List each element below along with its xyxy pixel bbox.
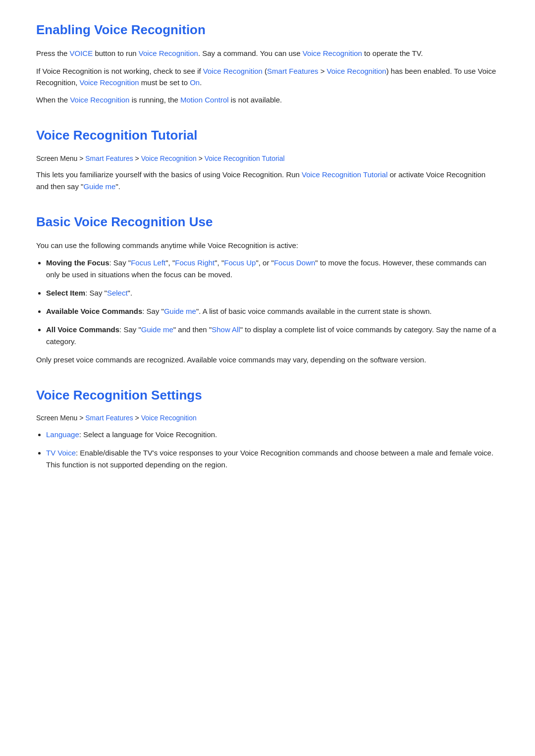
basic-section: Basic Voice Recognition Use You can use … (36, 212, 499, 365)
voice-recognition-link-4[interactable]: Voice Recognition (327, 67, 386, 75)
language-link[interactable]: Language (46, 430, 79, 439)
focus-up-link[interactable]: Focus Up (224, 258, 256, 267)
on-link[interactable]: On (190, 78, 200, 87)
settings-breadcrumb: Screen Menu > Smart Features > Voice Rec… (36, 413, 499, 424)
show-all-link[interactable]: Show All (212, 325, 240, 334)
focus-right-link[interactable]: Focus Right (175, 258, 214, 267)
focus-left-link[interactable]: Focus Left (131, 258, 165, 267)
voice-recognition-link-5[interactable]: Voice Recognition (80, 78, 139, 87)
settings-list: Language: Select a language for Voice Re… (46, 429, 499, 470)
smart-features-link-3[interactable]: Smart Features (85, 414, 133, 422)
smart-features-link-2[interactable]: Smart Features (85, 154, 133, 162)
select-link[interactable]: Select (107, 289, 128, 297)
basic-footer: Only preset voice commands are recognize… (36, 354, 499, 365)
voice-recognition-link-2[interactable]: Voice Recognition (303, 49, 362, 57)
voice-recognition-breadcrumb-link[interactable]: Voice Recognition (141, 154, 197, 162)
enabling-para2: If Voice Recognition is not working, che… (36, 65, 499, 89)
enabling-section: Enabling Voice Recognition Press the VOI… (36, 20, 499, 105)
motion-control-link[interactable]: Motion Control (180, 96, 229, 104)
voice-recognition-tutorial-link-2[interactable]: Voice Recognition Tutorial (302, 170, 387, 179)
focus-down-link[interactable]: Focus Down (274, 258, 315, 267)
list-item-select: Select Item: Say "Select". (46, 287, 499, 299)
smart-features-link-1[interactable]: Smart Features (267, 67, 318, 75)
tutorial-title: Voice Recognition Tutorial (36, 125, 499, 145)
guide-me-link-3[interactable]: Guide me (141, 325, 173, 334)
voice-recognition-link-6[interactable]: Voice Recognition (70, 96, 129, 104)
list-item-all-commands: All Voice Commands: Say "Guide me" and t… (46, 324, 499, 347)
tutorial-breadcrumb: Screen Menu > Smart Features > Voice Rec… (36, 153, 499, 164)
basic-title: Basic Voice Recognition Use (36, 212, 499, 232)
all-voice-commands-label: All Voice Commands (46, 325, 119, 334)
tv-voice-link[interactable]: TV Voice (46, 449, 76, 457)
enabling-para1: Press the VOICE button to run Voice Reco… (36, 48, 499, 59)
moving-focus-label: Moving the Focus (46, 258, 109, 267)
select-item-label: Select Item (46, 289, 85, 297)
voice-recognition-link-1[interactable]: Voice Recognition (139, 49, 198, 57)
settings-section: Voice Recognition Settings Screen Menu >… (36, 385, 499, 470)
guide-me-link-2[interactable]: Guide me (164, 307, 196, 315)
tutorial-para: This lets you familiarize yourself with … (36, 169, 499, 192)
tutorial-section: Voice Recognition Tutorial Screen Menu >… (36, 125, 499, 192)
list-item-language: Language: Select a language for Voice Re… (46, 429, 499, 440)
list-item-available-commands: Available Voice Commands: Say "Guide me"… (46, 305, 499, 317)
voice-link[interactable]: VOICE (70, 49, 93, 57)
enabling-title: Enabling Voice Recognition (36, 20, 499, 40)
available-voice-commands-label: Available Voice Commands (46, 307, 142, 315)
voice-recognition-tutorial-link-1[interactable]: Voice Recognition Tutorial (205, 154, 285, 162)
list-item-tv-voice: TV Voice: Enable/disable the TV's voice … (46, 447, 499, 470)
voice-recognition-settings-link[interactable]: Voice Recognition (141, 414, 197, 422)
enabling-para3: When the Voice Recognition is running, t… (36, 94, 499, 105)
guide-me-link-1[interactable]: Guide me (83, 182, 115, 191)
basic-list: Moving the Focus: Say "Focus Left", "Foc… (46, 257, 499, 347)
voice-recognition-link-3[interactable]: Voice Recognition (203, 67, 263, 75)
settings-title: Voice Recognition Settings (36, 385, 499, 405)
basic-intro: You can use the following commands anyti… (36, 240, 499, 251)
list-item-moving-focus: Moving the Focus: Say "Focus Left", "Foc… (46, 257, 499, 280)
